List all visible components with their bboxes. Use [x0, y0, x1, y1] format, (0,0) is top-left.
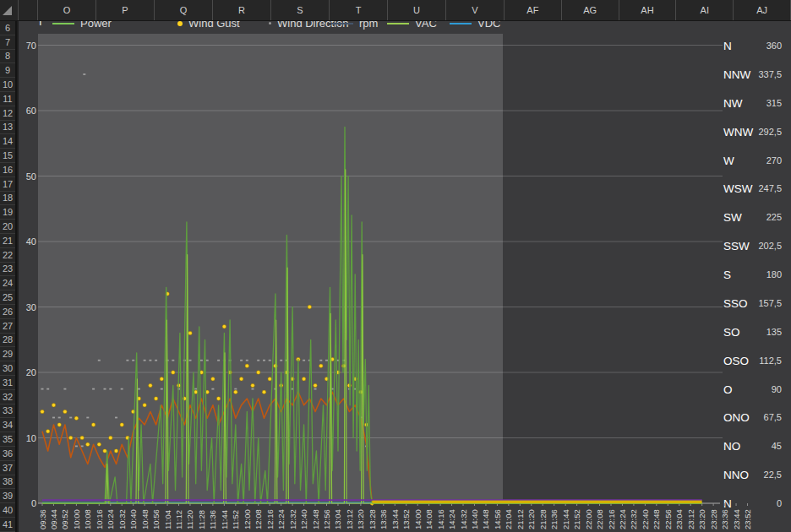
x-axis-time-label: 10:48: [140, 509, 150, 529]
column-header-U[interactable]: U: [388, 0, 446, 20]
row-header-7[interactable]: 7: [0, 35, 15, 50]
row-header-28[interactable]: 28: [0, 334, 15, 348]
column-header-Q[interactable]: Q: [155, 0, 213, 20]
legend-marker-line-icon: [450, 23, 472, 24]
x-axis-time-label: 09:36: [38, 509, 47, 529]
left-axis-tick-label: 70: [26, 41, 36, 51]
column-header-P[interactable]: P: [96, 0, 155, 20]
column-header-R[interactable]: R: [213, 0, 271, 20]
row-header-20[interactable]: 20: [0, 220, 15, 234]
x-axis-time-label: 13:04: [333, 509, 342, 529]
row-header-21[interactable]: 21: [0, 234, 15, 248]
row-header-11[interactable]: 11: [0, 92, 15, 106]
right-axis-degree-label: 292,5: [758, 127, 782, 137]
legend-marker-line-icon: [387, 23, 409, 24]
row-header-36[interactable]: 36: [0, 447, 15, 461]
column-header-O[interactable]: O: [38, 0, 96, 20]
column-header-AH[interactable]: AH: [619, 0, 677, 20]
row-header-41[interactable]: 41: [0, 518, 15, 532]
x-axis-time-label: 11:36: [208, 510, 217, 529]
x-axis-time-label: 23:28: [709, 509, 718, 529]
right-axis-compass-label: SW: [723, 211, 742, 224]
row-header-29[interactable]: 29: [0, 347, 15, 361]
row-header-30[interactable]: 30: [0, 361, 15, 376]
row-header-27[interactable]: 27: [0, 319, 15, 334]
row-header-12[interactable]: 12: [0, 106, 15, 121]
x-axis-time-label: 10:56: [151, 509, 161, 529]
row-header-15[interactable]: 15: [0, 149, 15, 163]
x-axis-time-label: 10:08: [83, 509, 92, 529]
right-axis-degree-label: 270: [766, 155, 782, 166]
x-axis-time-label: 21:36: [549, 509, 559, 529]
column-header-AF[interactable]: AF: [505, 0, 562, 20]
legend-marker-line-icon: [331, 23, 353, 24]
column-header-AI[interactable]: AI: [676, 0, 734, 20]
row-header-35[interactable]: 35: [0, 432, 15, 447]
row-header-39[interactable]: 39: [0, 489, 15, 503]
legend-marker-line-icon: [52, 23, 74, 24]
column-header-T[interactable]: T: [330, 0, 388, 20]
x-axis-time-label: 23:12: [686, 509, 696, 529]
x-axis-time-label: 22:24: [618, 509, 627, 529]
row-header-34[interactable]: 34: [0, 418, 15, 432]
row-header-column: 6789101112131415161718192021222324252627…: [0, 21, 17, 532]
x-axis-time-label: 12:24: [276, 509, 286, 529]
legend-marker-dot-icon: [177, 21, 183, 26]
x-axis-time-label: 12:48: [311, 509, 320, 529]
embedded-chart[interactable]: 010203040506070N360NNW337,5NW315WNW292,5…: [0, 0, 791, 532]
row-header-6[interactable]: 6: [0, 21, 15, 35]
column-header-V[interactable]: V: [446, 0, 505, 20]
column-header-AJ[interactable]: AJ: [734, 0, 791, 20]
row-header-26[interactable]: 26: [0, 305, 15, 319]
x-axis-time-label: 14:40: [470, 509, 479, 529]
right-axis-degree-label: 360: [766, 41, 782, 51]
x-axis-time-label: 21:04: [504, 509, 513, 529]
x-axis-time-label: 22:56: [663, 509, 673, 529]
row-header-32[interactable]: 32: [0, 390, 15, 404]
row-header-40[interactable]: 40: [0, 503, 15, 518]
row-header-19[interactable]: 19: [0, 205, 15, 220]
row-header-24[interactable]: 24: [0, 276, 15, 290]
row-header-33[interactable]: 33: [0, 404, 15, 419]
row-header-8[interactable]: 8: [0, 50, 15, 64]
select-all-corner[interactable]: [0, 0, 19, 20]
right-axis-degree-label: 67,5: [764, 412, 782, 422]
select-all-triangle-icon: [3, 6, 12, 15]
x-axis-time-label: 22:00: [584, 509, 593, 529]
x-axis-time-label: 13:20: [356, 509, 365, 529]
right-axis-degree-label: 315: [766, 98, 782, 108]
row-header-9[interactable]: 9: [0, 63, 15, 78]
row-header-37[interactable]: 37: [0, 461, 15, 475]
x-axis-time-label: 21:52: [572, 509, 581, 529]
x-axis-time-label: 10:00: [72, 509, 81, 529]
row-header-38[interactable]: 38: [0, 475, 15, 490]
x-axis-time-label: 12:16: [265, 509, 275, 529]
right-axis-compass-label: SO: [723, 326, 740, 339]
row-header-31[interactable]: 31: [0, 376, 15, 390]
left-axis-tick-label: 20: [26, 367, 36, 377]
x-axis-time-label: 14:32: [459, 509, 468, 529]
x-axis-time-label: 10:32: [117, 509, 127, 529]
left-axis-tick-label: 50: [26, 171, 36, 182]
column-header-blank[interactable]: [19, 0, 38, 20]
gust-zero-band: [372, 501, 701, 503]
row-header-16[interactable]: 16: [0, 163, 15, 177]
x-axis-time-label: 23:04: [674, 509, 684, 529]
row-header-18[interactable]: 18: [0, 192, 15, 206]
row-header-25[interactable]: 25: [0, 290, 15, 305]
x-axis-time-label: 12:40: [299, 509, 308, 529]
row-header-23[interactable]: 23: [0, 263, 15, 277]
x-axis-time-label: 09:44: [49, 509, 58, 529]
left-axis-tick-label: 10: [26, 433, 36, 443]
row-header-14[interactable]: 14: [0, 134, 15, 149]
row-header-10[interactable]: 10: [0, 78, 15, 92]
row-header-22[interactable]: 22: [0, 248, 15, 263]
right-axis-compass-label: NO: [723, 440, 740, 453]
spreadsheet-window: 010203040506070N360NNW337,5NW315WNW292,5…: [0, 0, 791, 532]
row-header-17[interactable]: 17: [0, 177, 15, 192]
column-header-AG[interactable]: AG: [562, 0, 619, 20]
x-axis-time-label: 13:44: [390, 509, 400, 529]
row-header-13[interactable]: 13: [0, 121, 15, 135]
column-header-S[interactable]: S: [271, 0, 330, 20]
x-axis-time-label: 14:08: [424, 509, 434, 529]
